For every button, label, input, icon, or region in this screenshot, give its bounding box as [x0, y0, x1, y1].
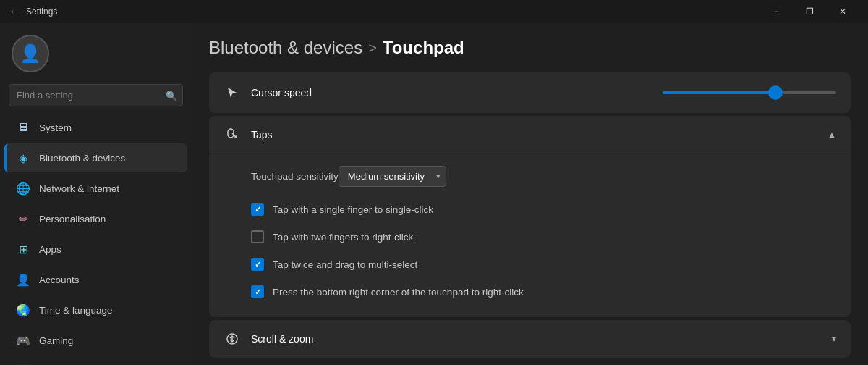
checkbox-double-tap-drag[interactable] — [251, 258, 264, 271]
taps-card: Taps ▲ Touchpad sensitivity Low sensitiv… — [209, 116, 851, 317]
restore-button[interactable]: ❐ — [793, 0, 826, 23]
cursor-icon — [224, 86, 241, 99]
minimize-button[interactable]: − — [760, 0, 793, 23]
sidebar-item-network[interactable]: 🌐 Network & internet — [4, 174, 187, 203]
cursor-speed-slider[interactable] — [663, 91, 836, 94]
cursor-speed-label: Cursor speed — [251, 87, 312, 98]
sidebar-item-accounts[interactable]: 👤 Accounts — [4, 265, 187, 294]
close-button[interactable]: ✕ — [826, 0, 859, 23]
apps-icon: ⊞ — [16, 242, 30, 256]
taps-chevron-icon: ▲ — [827, 130, 836, 140]
main-content: Bluetooth & devices > Touchpad Cursor sp… — [192, 23, 868, 365]
slider-fill — [663, 91, 775, 94]
sidebar-item-apps[interactable]: ⊞ Apps — [4, 235, 187, 264]
sidebar-item-gaming[interactable]: 🎮 Gaming — [4, 326, 187, 355]
sensitivity-dropdown-wrapper: Low sensitivity Medium sensitivity High … — [339, 166, 446, 187]
scroll-zoom-row[interactable]: Scroll & zoom ▾ — [209, 320, 851, 358]
taps-header[interactable]: Taps ▲ — [209, 116, 851, 154]
system-icon: 🖥 — [16, 120, 30, 135]
gaming-icon: 🎮 — [16, 333, 30, 348]
network-icon: 🌐 — [16, 181, 30, 196]
avatar[interactable]: 👤 — [12, 35, 49, 72]
breadcrumb-separator: > — [368, 40, 377, 56]
search-input[interactable] — [9, 84, 183, 106]
sidebar-item-accessibility[interactable]: ♿ Accessibility — [4, 356, 187, 365]
breadcrumb-parent[interactable]: Bluetooth & devices — [209, 38, 362, 58]
titlebar-left: ← Settings — [9, 5, 57, 18]
bluetooth-icon: ◈ — [16, 151, 30, 165]
checkbox-row-3: Tap twice and drag to multi-select — [251, 251, 836, 278]
sidebar-item-time-label: Time & language — [39, 305, 113, 316]
checkbox-row-2: Tap with two fingers to right-click — [251, 223, 836, 251]
accounts-icon: 👤 — [16, 272, 30, 287]
checkbox-single-tap[interactable] — [251, 203, 264, 216]
sidebar-item-system-label: System — [39, 122, 72, 133]
checkbox-row-1: Tap with a single finger to single-click — [251, 196, 836, 223]
scroll-zoom-label: Scroll & zoom — [251, 333, 313, 345]
sidebar-item-gaming-label: Gaming — [39, 335, 73, 346]
time-icon: 🌏 — [16, 303, 30, 317]
taps-body: Touchpad sensitivity Low sensitivity Med… — [209, 154, 851, 317]
scroll-zoom-card: Scroll & zoom ▾ — [209, 320, 851, 358]
cursor-speed-slider-wrap — [663, 91, 836, 94]
checkbox-row-4: Press the bottom right corner of the tou… — [251, 278, 836, 306]
checkbox-bottom-right-label: Press the bottom right corner of the tou… — [273, 287, 524, 298]
breadcrumb: Bluetooth & devices > Touchpad — [209, 38, 851, 58]
sidebar-item-personalisation-label: Personalisation — [39, 214, 106, 225]
checkbox-double-tap-drag-label: Tap twice and drag to multi-select — [273, 259, 417, 270]
sidebar-item-bluetooth-label: Bluetooth & devices — [39, 153, 125, 164]
search-icon: 🔍 — [166, 90, 177, 101]
cursor-speed-row: Cursor speed — [209, 72, 851, 113]
sidebar-top: 👤 — [0, 29, 192, 81]
search-box: 🔍 — [9, 84, 183, 106]
avatar-icon: 👤 — [20, 43, 41, 64]
sensitivity-dropdown[interactable]: Low sensitivity Medium sensitivity High … — [339, 166, 446, 187]
app-body: 👤 🔍 🖥 System ◈ Bluetooth & devices 🌐 Net… — [0, 23, 868, 365]
checkbox-single-tap-label: Tap with a single finger to single-click — [273, 204, 433, 215]
taps-icon — [224, 127, 241, 142]
scroll-chevron-icon: ▾ — [832, 334, 836, 344]
sensitivity-label: Touchpad sensitivity — [251, 171, 339, 182]
titlebar-controls: − ❐ ✕ — [760, 0, 859, 23]
sidebar-item-network-label: Network & internet — [39, 183, 119, 194]
checkbox-two-finger[interactable] — [251, 230, 264, 243]
sidebar-item-bluetooth[interactable]: ◈ Bluetooth & devices — [4, 143, 187, 172]
slider-thumb[interactable] — [768, 85, 783, 100]
checkbox-two-finger-label: Tap with two fingers to right-click — [273, 232, 413, 243]
scroll-icon — [224, 332, 241, 346]
sidebar: 👤 🔍 🖥 System ◈ Bluetooth & devices 🌐 Net… — [0, 23, 192, 365]
titlebar: ← Settings − ❐ ✕ — [0, 0, 868, 23]
cursor-speed-card: Cursor speed — [209, 72, 851, 113]
taps-header-label: Taps — [251, 129, 273, 140]
breadcrumb-current: Touchpad — [383, 38, 464, 58]
sidebar-item-apps-label: Apps — [39, 244, 61, 255]
sidebar-item-accounts-label: Accounts — [39, 274, 80, 285]
personalisation-icon: ✏ — [16, 211, 30, 226]
checkbox-bottom-right[interactable] — [251, 285, 264, 298]
titlebar-title: Settings — [26, 7, 57, 17]
sidebar-item-personalisation[interactable]: ✏ Personalisation — [4, 204, 187, 233]
sidebar-item-system[interactable]: 🖥 System — [4, 113, 187, 142]
sidebar-item-time[interactable]: 🌏 Time & language — [4, 295, 187, 324]
back-button[interactable]: ← — [9, 5, 20, 18]
sensitivity-row: Touchpad sensitivity Low sensitivity Med… — [251, 157, 836, 196]
